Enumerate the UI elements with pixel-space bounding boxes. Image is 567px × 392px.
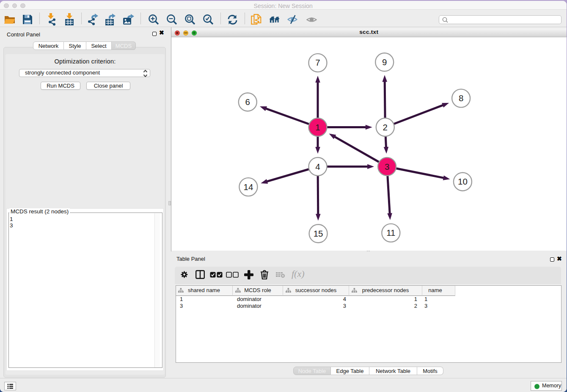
svg-text:7: 7 — [315, 58, 320, 67]
svg-text:8: 8 — [459, 93, 463, 103]
svg-text:3: 3 — [385, 161, 389, 171]
svg-text:6: 6 — [245, 97, 250, 107]
svg-text:11: 11 — [386, 228, 395, 237]
svg-text:14: 14 — [243, 182, 253, 191]
svg-text:10: 10 — [458, 177, 468, 186]
svg-text:1: 1 — [315, 122, 320, 132]
svg-text:2: 2 — [383, 122, 388, 132]
svg-text:15: 15 — [314, 228, 323, 238]
svg-text:4: 4 — [315, 161, 320, 171]
svg-text:9: 9 — [382, 57, 387, 66]
